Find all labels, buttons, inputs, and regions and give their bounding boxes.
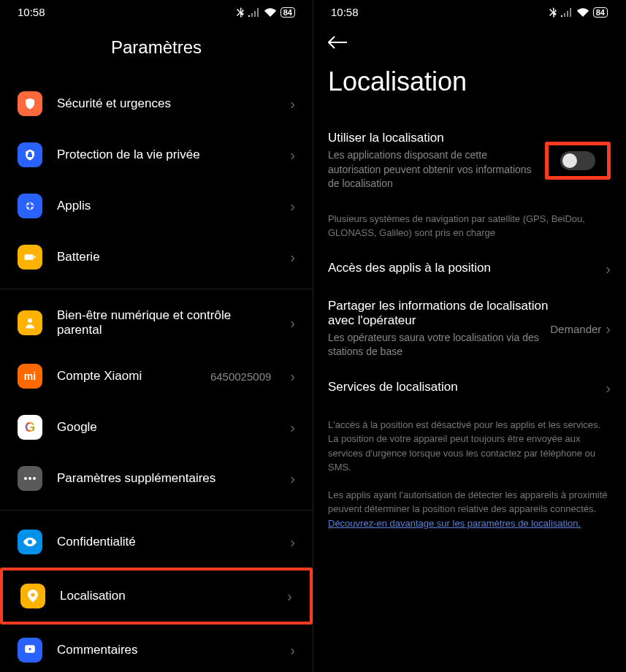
- location-services-row[interactable]: Services de localisation ›: [313, 370, 625, 408]
- settings-item-apps[interactable]: Applis ›: [0, 180, 313, 232]
- battery-icon: 84: [593, 7, 608, 18]
- clock: 10:58: [331, 6, 359, 18]
- settings-item-location[interactable]: Localisation ›: [3, 570, 310, 622]
- label: Commentaires: [57, 643, 275, 657]
- label: Applis: [57, 199, 275, 213]
- bluetooth-icon: [549, 7, 557, 18]
- title: Partager les informations de localisatio…: [328, 299, 550, 328]
- chevron-right-icon: ›: [606, 321, 611, 337]
- settings-item-privacy[interactable]: Protection de la vie privée ›: [0, 129, 313, 180]
- chevron-right-icon: ›: [290, 642, 295, 659]
- svg-point-8: [33, 477, 36, 480]
- svg-point-7: [28, 477, 31, 480]
- label: Services de localisation: [328, 380, 606, 394]
- shield-icon: [18, 91, 42, 116]
- label: Paramètres supplémentaires: [57, 471, 275, 486]
- more-icon: [18, 466, 42, 491]
- chevron-right-icon: ›: [606, 380, 611, 397]
- location-icon: [20, 584, 45, 608]
- divider: [0, 510, 313, 511]
- label: Google: [57, 420, 275, 435]
- label: Compte Xiaomi: [57, 369, 196, 383]
- chevron-right-icon: ›: [290, 534, 295, 551]
- svg-rect-4: [34, 256, 35, 259]
- label: Accès des applis à la position: [328, 261, 606, 275]
- wifi-icon: [264, 8, 276, 17]
- chevron-right-icon: ›: [287, 588, 292, 605]
- svg-rect-3: [25, 254, 34, 260]
- value: 6450025009: [210, 370, 271, 383]
- privacy-icon: [18, 142, 42, 167]
- eye-icon: [18, 530, 42, 554]
- chevron-right-icon: ›: [290, 368, 295, 385]
- use-location-desc: Les applications disposant de cette auto…: [328, 148, 538, 191]
- use-location-title: Utiliser la localisation: [328, 131, 538, 145]
- label: Batterie: [57, 250, 275, 264]
- apps-icon: [18, 194, 42, 218]
- label: Localisation: [60, 589, 272, 603]
- page-title: Paramètres: [0, 24, 313, 78]
- bluetooth-icon: [237, 7, 244, 18]
- settings-item-confidentiality[interactable]: Confidentialité ›: [0, 516, 313, 568]
- highlight-location: Localisation ›: [0, 568, 313, 625]
- right-screen: 10:58 84 Localisation Utiliser la locali…: [313, 0, 625, 672]
- settings-item-additional[interactable]: Paramètres supplémentaires ›: [0, 453, 313, 504]
- signal-icon: [561, 8, 573, 17]
- settings-item-battery[interactable]: Batterie ›: [0, 232, 313, 283]
- back-button[interactable]: [313, 24, 625, 49]
- learn-more-link[interactable]: Découvrez-en davantage sur les paramètre…: [328, 518, 581, 529]
- value: Demander: [550, 323, 601, 335]
- highlight-toggle: [545, 142, 611, 180]
- label: Confidentialité: [57, 535, 275, 549]
- chevron-right-icon: ›: [606, 261, 611, 278]
- mi-icon: mi: [18, 364, 42, 389]
- svg-rect-2: [27, 205, 34, 207]
- settings-item-xiaomi[interactable]: mi Compte Xiaomi 6450025009 ›: [0, 351, 313, 402]
- wellbeing-icon: [18, 310, 42, 335]
- location-toggle[interactable]: [560, 151, 595, 170]
- page-title: Localisation: [313, 49, 625, 121]
- label: Bien-être numérique et contrôle parental: [57, 308, 275, 337]
- use-location-row: Utiliser la localisation Les application…: [313, 121, 625, 202]
- status-bar: 10:58 84: [313, 0, 625, 24]
- svg-point-5: [28, 318, 32, 323]
- settings-item-feedback[interactable]: Commentaires ›: [0, 625, 313, 672]
- battery-icon: 84: [280, 7, 295, 18]
- label: Protection de la vie privée: [57, 148, 275, 162]
- status-icons: 84: [549, 7, 608, 18]
- desc: Les opérateurs saura votre localisation …: [328, 331, 550, 359]
- satellite-info: Plusieurs systèmes de navigation par sat…: [313, 202, 625, 251]
- battery-icon: [18, 245, 42, 270]
- settings-item-google[interactable]: G Google ›: [0, 402, 313, 453]
- app-access-row[interactable]: Accès des applis à la position ›: [313, 251, 625, 289]
- share-operator-row[interactable]: Partager les informations de localisatio…: [313, 289, 625, 370]
- chevron-right-icon: ›: [290, 147, 295, 164]
- chevron-right-icon: ›: [290, 198, 295, 215]
- label: Sécurité et urgences: [57, 96, 275, 111]
- chevron-right-icon: ›: [290, 315, 295, 332]
- chevron-right-icon: ›: [290, 96, 295, 112]
- signal-icon: [248, 8, 260, 17]
- divider: [0, 289, 313, 289]
- feedback-icon: [18, 638, 42, 663]
- chevron-right-icon: ›: [290, 419, 295, 436]
- settings-item-security[interactable]: Sécurité et urgences ›: [0, 78, 313, 129]
- settings-item-wellbeing[interactable]: Bien-être numérique et contrôle parental…: [0, 295, 313, 351]
- chevron-right-icon: ›: [290, 470, 295, 487]
- google-icon: G: [18, 415, 42, 440]
- svg-point-6: [24, 477, 27, 480]
- wifi-icon: [577, 8, 589, 17]
- footer-info-2: Les applis ayant l'autorisation de détec…: [313, 485, 625, 541]
- toggle-knob: [562, 153, 577, 168]
- status-icons: 84: [237, 7, 295, 18]
- chevron-right-icon: ›: [290, 249, 295, 266]
- clock: 10:58: [18, 6, 45, 18]
- left-screen: 10:58 84 Paramètres Sécurité et urgences…: [0, 0, 313, 672]
- status-bar: 10:58 84: [0, 0, 313, 24]
- footer-info-1: L'accès à la position est désactivé pour…: [313, 408, 625, 485]
